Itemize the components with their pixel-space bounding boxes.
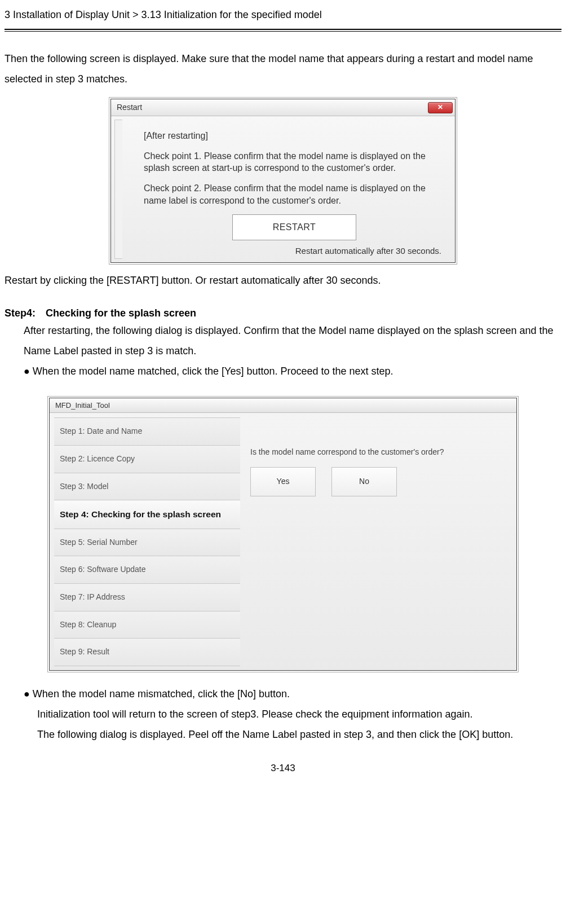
list-item[interactable]: Step 1: Date and Name [54,417,240,446]
close-icon[interactable]: ✕ [428,102,453,113]
restart-title: Restart [117,102,142,113]
mfd-titlebar: MFD_Initial_Tool [50,398,516,413]
restart-heading: [After restarting] [144,130,445,142]
mfd-prompt: Is the model name correspond to the cust… [250,447,508,458]
mfd-body: Step 1: Date and Name Step 2: Licence Co… [50,413,516,670]
mfd-title: MFD_Initial_Tool [55,401,110,411]
list-item[interactable]: Step 2: Licence Copy [54,445,240,473]
restart-checkpoint-1: Check point 1. Please confirm that the m… [144,150,445,174]
mfd-right-panel: Is the model name correspond to the cust… [246,413,516,670]
restart-button[interactable]: RESTART [232,214,356,240]
restart-content: [After restarting] Check point 1. Please… [144,130,445,257]
intro-paragraph: Then the following screen is displayed. … [5,49,561,89]
mfd-button-row: Yes No [250,467,508,496]
list-item[interactable]: Step 8: Cleanup [54,611,240,639]
header-rule-thick [5,29,561,30]
left-gutter-decoration [114,120,122,259]
list-item[interactable]: Step 3: Model [54,473,240,501]
list-item[interactable]: Step 9: Result [54,638,240,666]
list-item[interactable]: Step 7: IP Address [54,583,240,611]
restart-titlebar: Restart ✕ [111,99,455,116]
restart-window: Restart ✕ [After restarting] Check point… [110,99,456,263]
step4-heading: Step4:Checking for the splash screen [5,306,561,320]
mfd-step-list: Step 1: Date and Name Step 2: Licence Co… [50,413,246,670]
mfd-window: MFD_Initial_Tool Step 1: Date and Name S… [49,398,517,670]
after-paragraph-2: Initialization tool will return to the s… [37,704,561,724]
restart-instruction: Restart by clicking the [RESTART] button… [5,270,561,291]
yes-button[interactable]: Yes [250,467,316,496]
after-paragraph-3: The following dialog is displayed. Peel … [37,724,561,745]
step4-label: Step4: [5,307,36,319]
step4-paragraph-1: After restarting, the following dialog i… [24,320,561,361]
after-paragraph-1: ● When the model name mismatched, click … [24,684,561,704]
list-item[interactable]: Step 5: Serial Number [54,529,240,557]
restart-checkpoint-2: Check point 2. Please confirm that the m… [144,182,445,206]
page-number: 3-143 [5,762,561,775]
restart-auto-text: Restart automatically after 30 seconds. [144,245,441,257]
header-rule-thin [5,31,561,32]
no-button[interactable]: No [331,467,397,496]
restart-body: [After restarting] Check point 1. Please… [111,116,455,262]
step4-paragraph-2: ● When the model name matched, click the… [24,361,561,381]
restart-dialog-screenshot: Restart ✕ [After restarting] Check point… [109,97,457,265]
step4-title: Checking for the splash screen [46,307,196,319]
page-header: 3 Installation of Display Unit > 3.13 In… [5,7,561,27]
mfd-dialog-screenshot: MFD_Initial_Tool Step 1: Date and Name S… [47,396,519,672]
list-item[interactable]: Step 6: Software Update [54,556,240,584]
list-item-active[interactable]: Step 4: Checking for the splash screen [54,500,240,529]
